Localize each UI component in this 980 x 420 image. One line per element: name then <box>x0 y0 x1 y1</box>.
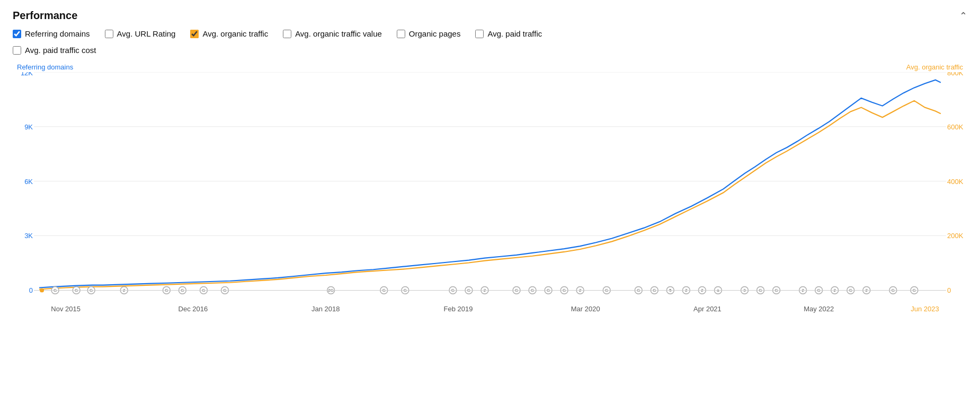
checkbox-avg-organic-traffic-input[interactable] <box>190 30 199 38</box>
chart-wrapper: 0 3K 6K 9K 12K 0 200K 400K 600K 800K <box>13 72 967 327</box>
orange-start-dot <box>40 288 44 293</box>
svg-text:Nov 2015: Nov 2015 <box>51 305 81 313</box>
checkbox-referring-domains-label: Referring domains <box>25 29 90 38</box>
second-checkboxes-row: Avg. paid traffic cost <box>13 46 967 58</box>
svg-text:3K: 3K <box>24 232 33 240</box>
performance-container: Performance ⌃ Referring domains Avg. URL… <box>0 0 980 332</box>
page-title: Performance <box>13 10 77 22</box>
checkbox-organic-pages[interactable]: Organic pages <box>397 29 461 38</box>
svg-text:Dec 2016: Dec 2016 <box>179 305 208 313</box>
checkbox-avg-paid-traffic-label: Avg. paid traffic <box>487 29 542 38</box>
left-axis-label: Referring domains <box>17 63 73 71</box>
checkbox-avg-organic-traffic-value[interactable]: Avg. organic traffic value <box>283 29 382 38</box>
checkbox-referring-domains[interactable]: Referring domains <box>13 29 90 38</box>
chart-area: Referring domains Avg. organic traffic 0… <box>13 63 967 327</box>
checkbox-avg-organic-traffic-value-label: Avg. organic traffic value <box>295 29 382 38</box>
checkboxes-row: Referring domains Avg. URL Rating Avg. o… <box>13 29 967 41</box>
axis-labels-row: Referring domains Avg. organic traffic <box>13 63 967 71</box>
checkbox-avg-organic-traffic-value-input[interactable] <box>283 30 291 38</box>
checkbox-organic-pages-label: Organic pages <box>409 29 461 38</box>
checkbox-avg-organic-traffic[interactable]: Avg. organic traffic <box>190 29 268 38</box>
collapse-button[interactable]: ⌃ <box>959 10 967 22</box>
svg-text:9K: 9K <box>24 123 33 131</box>
checkbox-avg-url-rating-input[interactable] <box>105 30 113 38</box>
orange-line <box>39 101 941 290</box>
checkbox-avg-paid-traffic-cost[interactable]: Avg. paid traffic cost <box>13 46 96 55</box>
svg-text:0: 0 <box>29 286 33 294</box>
performance-chart: 0 3K 6K 9K 12K 0 200K 400K 600K 800K <box>13 72 967 327</box>
svg-text:May 2022: May 2022 <box>804 305 834 313</box>
svg-text:Jan 2018: Jan 2018 <box>311 305 340 313</box>
svg-text:800K: 800K <box>947 72 964 77</box>
svg-text:400K: 400K <box>947 178 964 186</box>
checkbox-avg-organic-traffic-label: Avg. organic traffic <box>202 29 268 38</box>
checkbox-avg-paid-traffic-cost-input[interactable] <box>13 46 21 55</box>
svg-text:Mar 2020: Mar 2020 <box>571 305 600 313</box>
svg-text:600K: 600K <box>947 123 964 131</box>
svg-text:Jun 2023: Jun 2023 <box>911 305 939 313</box>
right-axis-label: Avg. organic traffic <box>906 63 963 71</box>
svg-text:200K: 200K <box>947 232 964 240</box>
svg-text:Feb 2019: Feb 2019 <box>443 305 473 313</box>
checkbox-avg-url-rating[interactable]: Avg. URL Rating <box>105 29 176 38</box>
svg-text:Apr 2021: Apr 2021 <box>693 305 721 313</box>
checkbox-avg-paid-traffic[interactable]: Avg. paid traffic <box>475 29 542 38</box>
checkbox-avg-paid-traffic-cost-label: Avg. paid traffic cost <box>25 46 96 55</box>
svg-text:0: 0 <box>947 286 951 294</box>
checkbox-organic-pages-input[interactable] <box>397 30 405 38</box>
checkbox-referring-domains-input[interactable] <box>13 30 21 38</box>
header-row: Performance ⌃ <box>13 10 967 22</box>
svg-text:12K: 12K <box>21 72 33 77</box>
svg-text:6K: 6K <box>24 178 33 186</box>
checkbox-avg-paid-traffic-input[interactable] <box>475 30 484 38</box>
checkbox-avg-url-rating-label: Avg. URL Rating <box>117 29 176 38</box>
blue-line <box>39 80 941 288</box>
